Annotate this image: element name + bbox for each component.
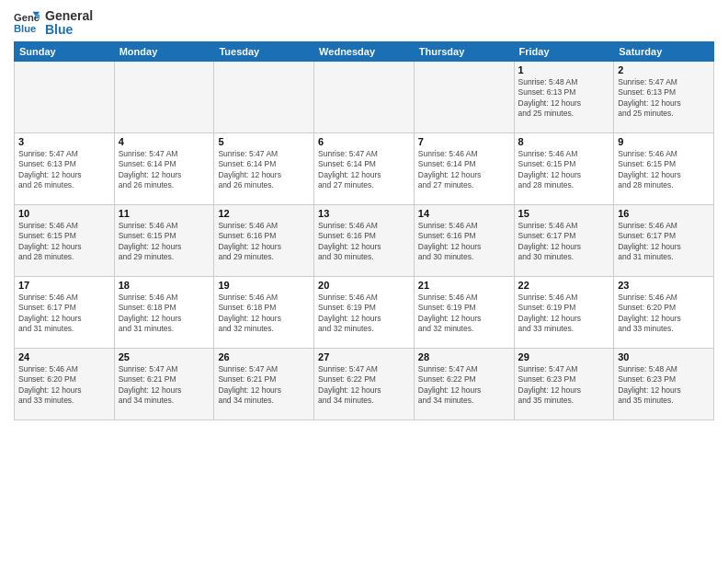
day-number: 26 (218, 351, 310, 362)
day-info: Sunrise: 5:46 AM Sunset: 6:16 PM Dayligh… (218, 221, 310, 263)
day-number: 25 (119, 351, 210, 362)
day-cell: 5Sunrise: 5:47 AM Sunset: 6:14 PM Daylig… (214, 132, 314, 204)
day-info: Sunrise: 5:46 AM Sunset: 6:17 PM Dayligh… (18, 293, 110, 335)
day-number: 5 (218, 136, 310, 147)
week-row-1: 1Sunrise: 5:48 AM Sunset: 6:13 PM Daylig… (15, 61, 714, 132)
day-info: Sunrise: 5:47 AM Sunset: 6:21 PM Dayligh… (218, 364, 310, 407)
day-number: 14 (418, 208, 510, 219)
day-cell: 28Sunrise: 5:47 AM Sunset: 6:22 PM Dayli… (414, 348, 514, 419)
day-number: 30 (618, 351, 710, 362)
weekday-header-tuesday: Tuesday (214, 41, 314, 61)
day-cell: 25Sunrise: 5:47 AM Sunset: 6:21 PM Dayli… (114, 348, 214, 419)
day-number: 3 (18, 136, 110, 147)
day-cell: 26Sunrise: 5:47 AM Sunset: 6:21 PM Dayli… (214, 348, 314, 419)
weekday-header-monday: Monday (114, 41, 214, 61)
day-cell (114, 61, 214, 132)
weekday-header-friday: Friday (514, 41, 614, 61)
day-info: Sunrise: 5:46 AM Sunset: 6:17 PM Dayligh… (618, 221, 710, 263)
day-number: 22 (518, 280, 610, 291)
day-cell: 14Sunrise: 5:46 AM Sunset: 6:16 PM Dayli… (414, 204, 514, 276)
day-number: 7 (418, 136, 510, 147)
day-cell: 11Sunrise: 5:46 AM Sunset: 6:15 PM Dayli… (114, 204, 214, 276)
day-number: 29 (518, 351, 610, 362)
header: General Blue General Blue (14, 9, 714, 38)
day-info: Sunrise: 5:46 AM Sunset: 6:15 PM Dayligh… (18, 221, 110, 263)
day-cell: 19Sunrise: 5:46 AM Sunset: 6:18 PM Dayli… (214, 276, 314, 348)
weekday-header-saturday: Saturday (614, 41, 714, 61)
day-number: 19 (218, 280, 310, 291)
day-info: Sunrise: 5:47 AM Sunset: 6:13 PM Dayligh… (618, 77, 710, 120)
logo-icon: General Blue (14, 10, 40, 36)
day-number: 20 (318, 280, 410, 291)
day-info: Sunrise: 5:47 AM Sunset: 6:21 PM Dayligh… (119, 364, 210, 407)
day-info: Sunrise: 5:47 AM Sunset: 6:13 PM Dayligh… (18, 149, 110, 191)
day-cell (314, 61, 415, 132)
weekday-header-wednesday: Wednesday (314, 41, 415, 61)
day-cell: 30Sunrise: 5:48 AM Sunset: 6:23 PM Dayli… (614, 348, 714, 419)
day-info: Sunrise: 5:46 AM Sunset: 6:20 PM Dayligh… (18, 364, 110, 407)
day-info: Sunrise: 5:46 AM Sunset: 6:19 PM Dayligh… (518, 293, 610, 335)
day-number: 10 (18, 208, 110, 219)
week-row-3: 10Sunrise: 5:46 AM Sunset: 6:15 PM Dayli… (15, 204, 714, 276)
day-info: Sunrise: 5:46 AM Sunset: 6:14 PM Dayligh… (418, 149, 510, 191)
day-cell: 27Sunrise: 5:47 AM Sunset: 6:22 PM Dayli… (314, 348, 415, 419)
day-cell: 23Sunrise: 5:46 AM Sunset: 6:20 PM Dayli… (614, 276, 714, 348)
day-info: Sunrise: 5:46 AM Sunset: 6:17 PM Dayligh… (518, 221, 610, 263)
day-cell: 18Sunrise: 5:46 AM Sunset: 6:18 PM Dayli… (114, 276, 214, 348)
day-info: Sunrise: 5:47 AM Sunset: 6:22 PM Dayligh… (418, 364, 510, 407)
calendar-body: 1Sunrise: 5:48 AM Sunset: 6:13 PM Daylig… (15, 61, 714, 419)
day-info: Sunrise: 5:48 AM Sunset: 6:13 PM Dayligh… (518, 77, 610, 120)
day-info: Sunrise: 5:47 AM Sunset: 6:14 PM Dayligh… (318, 149, 410, 191)
svg-text:Blue: Blue (14, 24, 36, 35)
day-cell: 13Sunrise: 5:46 AM Sunset: 6:16 PM Dayli… (314, 204, 415, 276)
day-number: 21 (418, 280, 510, 291)
week-row-4: 17Sunrise: 5:46 AM Sunset: 6:17 PM Dayli… (15, 276, 714, 348)
day-number: 9 (618, 136, 710, 147)
day-cell (414, 61, 514, 132)
weekday-header-sunday: Sunday (15, 41, 115, 61)
day-cell: 6Sunrise: 5:47 AM Sunset: 6:14 PM Daylig… (314, 132, 415, 204)
logo-blue: Blue (45, 23, 93, 37)
day-cell: 4Sunrise: 5:47 AM Sunset: 6:14 PM Daylig… (114, 132, 214, 204)
day-number: 16 (618, 208, 710, 219)
day-number: 23 (618, 280, 710, 291)
day-cell: 15Sunrise: 5:46 AM Sunset: 6:17 PM Dayli… (514, 204, 614, 276)
day-number: 12 (218, 208, 310, 219)
day-cell: 24Sunrise: 5:46 AM Sunset: 6:20 PM Dayli… (15, 348, 115, 419)
day-number: 13 (318, 208, 410, 219)
day-cell: 16Sunrise: 5:46 AM Sunset: 6:17 PM Dayli… (614, 204, 714, 276)
day-cell: 9Sunrise: 5:46 AM Sunset: 6:15 PM Daylig… (614, 132, 714, 204)
day-info: Sunrise: 5:47 AM Sunset: 6:14 PM Dayligh… (119, 149, 210, 191)
day-cell: 20Sunrise: 5:46 AM Sunset: 6:19 PM Dayli… (314, 276, 415, 348)
day-info: Sunrise: 5:48 AM Sunset: 6:23 PM Dayligh… (618, 364, 710, 407)
day-number: 1 (518, 64, 610, 75)
day-cell: 7Sunrise: 5:46 AM Sunset: 6:14 PM Daylig… (414, 132, 514, 204)
day-number: 18 (119, 280, 210, 291)
day-info: Sunrise: 5:46 AM Sunset: 6:15 PM Dayligh… (119, 221, 210, 263)
day-info: Sunrise: 5:46 AM Sunset: 6:20 PM Dayligh… (618, 293, 710, 335)
day-number: 15 (518, 208, 610, 219)
day-cell: 21Sunrise: 5:46 AM Sunset: 6:19 PM Dayli… (414, 276, 514, 348)
day-info: Sunrise: 5:46 AM Sunset: 6:18 PM Dayligh… (218, 293, 310, 335)
day-info: Sunrise: 5:46 AM Sunset: 6:19 PM Dayligh… (318, 293, 410, 335)
day-cell: 22Sunrise: 5:46 AM Sunset: 6:19 PM Dayli… (514, 276, 614, 348)
day-info: Sunrise: 5:46 AM Sunset: 6:18 PM Dayligh… (119, 293, 210, 335)
day-cell: 10Sunrise: 5:46 AM Sunset: 6:15 PM Dayli… (15, 204, 115, 276)
day-number: 8 (518, 136, 610, 147)
day-info: Sunrise: 5:46 AM Sunset: 6:16 PM Dayligh… (318, 221, 410, 263)
day-cell: 12Sunrise: 5:46 AM Sunset: 6:16 PM Dayli… (214, 204, 314, 276)
weekday-header-thursday: Thursday (414, 41, 514, 61)
day-cell: 2Sunrise: 5:47 AM Sunset: 6:13 PM Daylig… (614, 61, 714, 132)
day-cell: 17Sunrise: 5:46 AM Sunset: 6:17 PM Dayli… (15, 276, 115, 348)
day-info: Sunrise: 5:47 AM Sunset: 6:14 PM Dayligh… (218, 149, 310, 191)
day-info: Sunrise: 5:46 AM Sunset: 6:15 PM Dayligh… (518, 149, 610, 191)
day-info: Sunrise: 5:46 AM Sunset: 6:15 PM Dayligh… (618, 149, 710, 191)
day-number: 27 (318, 351, 410, 362)
logo-general: General (45, 9, 93, 23)
calendar-table: SundayMondayTuesdayWednesdayThursdayFrid… (14, 41, 714, 420)
weekday-row: SundayMondayTuesdayWednesdayThursdayFrid… (15, 41, 714, 61)
day-number: 11 (119, 208, 210, 219)
calendar-header: SundayMondayTuesdayWednesdayThursdayFrid… (15, 41, 714, 61)
day-number: 24 (18, 351, 110, 362)
calendar-container: General Blue General Blue SundayMondayTu… (0, 0, 728, 425)
